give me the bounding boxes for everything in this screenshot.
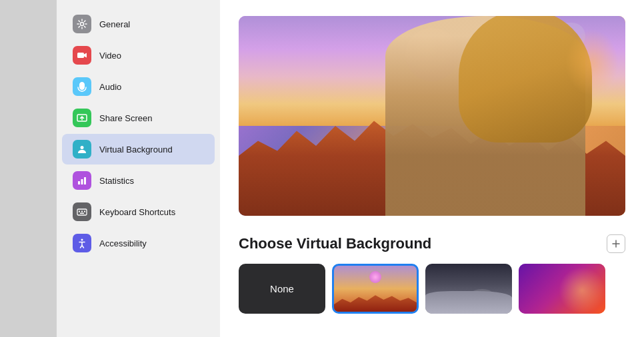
accessibility-icon xyxy=(73,234,91,252)
sidebar-item-keyboard[interactable]: Keyboard Shortcuts xyxy=(62,196,215,227)
sidebar-item-accessibility[interactable]: Accessibility xyxy=(62,228,215,258)
svg-point-4 xyxy=(81,146,84,149)
thumbnail-none[interactable]: None xyxy=(239,264,325,314)
sidebar-item-label-vbg: Virtual Background xyxy=(99,145,173,155)
desert-rocks-mini xyxy=(334,293,417,312)
vbg-icon xyxy=(73,140,91,159)
thumbnail-desert[interactable] xyxy=(332,264,419,314)
sidebar-item-vbg[interactable]: Virtual Background xyxy=(62,134,215,165)
virtual-background-preview xyxy=(239,16,625,216)
svg-rect-10 xyxy=(81,211,83,212)
sidebar-item-general[interactable]: General xyxy=(62,9,215,39)
sidebar-item-label-video: Video xyxy=(99,51,121,61)
video-icon xyxy=(73,46,91,65)
moon-surface xyxy=(425,291,512,314)
thumb-none-label: None xyxy=(270,283,294,294)
thumbnail-tiger[interactable] xyxy=(519,264,605,314)
svg-rect-11 xyxy=(84,211,85,212)
svg-rect-7 xyxy=(84,177,86,184)
preview-scene xyxy=(239,16,625,216)
particles-effect xyxy=(565,29,619,96)
thumbnail-moon-landscape[interactable] xyxy=(425,264,512,314)
svg-point-13 xyxy=(81,239,83,241)
svg-rect-9 xyxy=(79,211,80,212)
sidebar-item-label-statistics: Statistics xyxy=(99,176,134,186)
sidebar-item-statistics[interactable]: Statistics xyxy=(62,165,215,196)
sidebar: General Video Audio Sha xyxy=(57,0,220,337)
sidebar-gray-bg xyxy=(0,0,57,337)
main-content: Choose Virtual Background None xyxy=(220,0,644,337)
svg-point-0 xyxy=(81,23,84,26)
audio-icon xyxy=(73,77,91,96)
sidebar-item-video[interactable]: Video xyxy=(62,40,215,71)
svg-rect-1 xyxy=(77,53,84,58)
sidebar-item-label-keyboard: Keyboard Shortcuts xyxy=(99,207,175,217)
thumbnails-row: None xyxy=(239,264,625,314)
sharescreen-icon xyxy=(73,109,91,127)
sidebar-item-label-general: General xyxy=(99,19,130,29)
general-icon xyxy=(73,15,91,33)
svg-rect-5 xyxy=(78,181,80,184)
sidebar-item-audio[interactable]: Audio xyxy=(62,71,215,102)
choose-title: Choose Virtual Background xyxy=(239,235,431,252)
keyboard-icon xyxy=(73,202,91,221)
add-background-button[interactable] xyxy=(607,234,625,253)
tiger-glow xyxy=(559,267,605,314)
statistics-icon xyxy=(73,171,91,190)
sidebar-item-label-sharescreen: Share Screen xyxy=(99,113,153,123)
choose-section: Choose Virtual Background xyxy=(239,234,625,253)
sidebar-item-sharescreen[interactable]: Share Screen xyxy=(62,103,215,133)
sidebar-item-label-audio: Audio xyxy=(99,82,121,92)
svg-rect-6 xyxy=(81,179,83,184)
sidebar-item-label-accessibility: Accessibility xyxy=(99,238,147,248)
svg-rect-12 xyxy=(80,213,84,214)
